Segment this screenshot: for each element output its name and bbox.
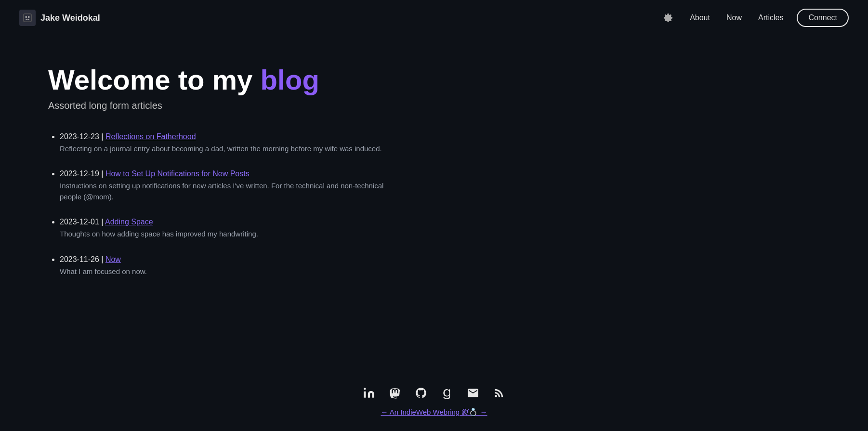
brand-logo[interactable]: Jake Weidokal [19,10,100,26]
post-title-link[interactable]: Adding Space [105,218,153,226]
post-meta: 2023-12-19 | How to Set Up Notifications… [60,170,385,178]
linkedin-icon[interactable] [363,387,375,399]
social-icons [363,387,505,399]
post-date: 2023-11-26 | [60,255,105,263]
post-meta: 2023-12-01 | Adding Space [60,218,385,226]
post-title-link[interactable]: Now [105,255,121,263]
avatar-icon [19,10,36,26]
brand-name: Jake Weidokal [40,13,100,23]
connect-button[interactable]: Connect [797,9,849,27]
nav-about[interactable]: About [684,11,716,25]
mastodon-icon[interactable] [389,387,401,399]
post-description: Thoughts on how adding space has improve… [60,229,385,240]
post-item: 2023-12-19 | How to Set Up Notifications… [60,170,385,202]
svg-point-1 [25,16,27,18]
svg-rect-0 [24,14,32,22]
hero-title: Welcome to my blog [48,65,385,95]
nav-links: About Now Articles Connect [660,9,849,27]
posts-list: 2023-12-23 | Reflections on FatherhoodRe… [48,132,385,277]
post-item: 2023-11-26 | NowWhat I am focused on now… [60,255,385,277]
post-title-link[interactable]: How to Set Up Notifications for New Post… [105,170,250,178]
hero-title-highlight: blog [261,64,319,95]
navbar: Jake Weidokal About Now Articles Connect [0,0,868,36]
svg-point-3 [364,388,366,390]
email-icon[interactable] [467,387,479,399]
hero-subtitle: Assorted long form articles [48,100,385,111]
main-content: Welcome to my blog Assorted long form ar… [0,36,434,367]
goodreads-icon[interactable] [441,387,453,399]
post-date: 2023-12-01 | [60,218,105,226]
footer: ← An IndieWeb Webring 🕸💍 → [0,367,868,431]
post-description: Reflecting on a journal entry about beco… [60,144,385,155]
post-date: 2023-12-19 | [60,170,105,178]
post-meta: 2023-11-26 | Now [60,255,385,264]
webring-link[interactable]: ← An IndieWeb Webring 🕸💍 → [381,408,487,417]
post-item: 2023-12-01 | Adding SpaceThoughts on how… [60,218,385,240]
post-description: What I am focused on now. [60,266,385,277]
nav-articles[interactable]: Articles [752,11,789,25]
post-item: 2023-12-23 | Reflections on FatherhoodRe… [60,132,385,155]
avatar-svg [22,13,33,23]
hero-title-start: Welcome to my [48,64,261,95]
github-icon[interactable] [415,387,427,399]
post-date: 2023-12-23 | [60,132,105,141]
nav-now[interactable]: Now [721,11,748,25]
post-title-link[interactable]: Reflections on Fatherhood [105,132,196,141]
svg-point-2 [28,16,30,18]
settings-icon[interactable] [660,10,676,26]
rss-icon[interactable] [493,387,505,399]
post-meta: 2023-12-23 | Reflections on Fatherhood [60,132,385,141]
post-description: Instructions on setting up notifications… [60,181,385,202]
